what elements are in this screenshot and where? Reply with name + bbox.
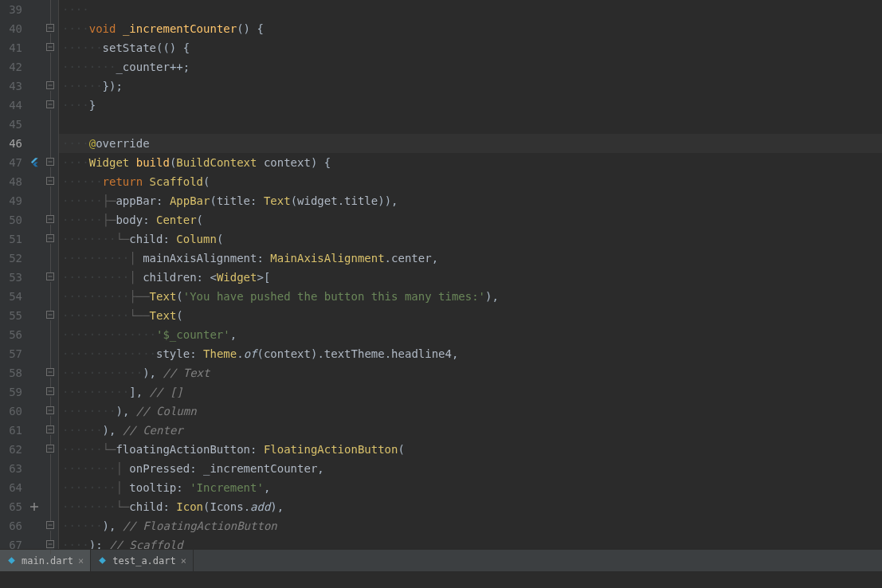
gutter-marker-empty — [27, 57, 41, 76]
fold-line — [41, 459, 58, 478]
code-line[interactable]: ········), // Column — [59, 402, 882, 421]
fold-column[interactable] — [41, 0, 59, 549]
line-number[interactable]: 50 — [0, 210, 22, 229]
code-line[interactable]: ··········├──Text('You have pushed the b… — [59, 287, 882, 306]
line-number[interactable]: 63 — [0, 459, 22, 478]
gutter-marker-empty — [27, 172, 41, 191]
line-number[interactable]: 47 — [0, 153, 22, 172]
gutter-marker-empty — [27, 229, 41, 249]
code-line[interactable]: ····@override — [59, 134, 882, 153]
fold-toggle-close[interactable] — [41, 382, 58, 402]
line-number[interactable]: 39 — [0, 0, 22, 19]
code-line[interactable]: ····} — [59, 96, 882, 115]
line-number[interactable]: 62 — [0, 440, 22, 459]
line-number[interactable]: 54 — [0, 287, 22, 306]
code-line[interactable]: ··········], // [] — [59, 382, 882, 402]
line-number[interactable]: 56 — [0, 325, 22, 344]
line-number[interactable]: 46 — [0, 134, 22, 153]
line-number[interactable]: 48 — [0, 172, 22, 191]
close-icon[interactable]: × — [181, 555, 186, 566]
line-number[interactable]: 55 — [0, 306, 22, 325]
line-number[interactable]: 58 — [0, 363, 22, 382]
fold-line — [41, 191, 58, 210]
code-line[interactable]: ··········└──Text( — [59, 306, 882, 325]
code-line[interactable]: ········└─child: Icon(Icons.add), — [59, 497, 882, 516]
line-number[interactable]: 43 — [0, 76, 22, 96]
code-line[interactable]: ······└─floatingActionButton: FloatingAc… — [59, 440, 882, 459]
fold-toggle-open[interactable] — [41, 19, 58, 38]
fold-line — [41, 249, 58, 268]
line-number-gutter[interactable]: 3940414243444546474849505152535455565758… — [0, 0, 27, 549]
fold-toggle-open[interactable] — [41, 38, 58, 57]
line-number[interactable]: 53 — [0, 268, 22, 287]
code-line[interactable]: ······), // Center — [59, 421, 882, 440]
fold-toggle-open[interactable] — [41, 153, 58, 172]
line-number[interactable]: 60 — [0, 402, 22, 421]
code-line[interactable]: ······), // FloatingActionButton — [59, 516, 882, 535]
close-icon[interactable]: × — [78, 555, 84, 566]
code-line[interactable]: ··············'$_counter', — [59, 325, 882, 344]
fold-toggle-open[interactable] — [41, 440, 58, 459]
flutter-gutter-icon[interactable] — [27, 153, 41, 172]
line-number[interactable]: 66 — [0, 516, 22, 535]
line-number[interactable]: 41 — [0, 38, 22, 57]
line-number[interactable]: 42 — [0, 57, 22, 76]
code-line[interactable]: ············), // Text — [59, 363, 882, 382]
code-line[interactable]: ····void _incrementCounter() { — [59, 19, 882, 38]
fold-toggle-close[interactable] — [41, 76, 58, 96]
fold-toggle-close[interactable] — [41, 535, 58, 555]
fold-toggle-close[interactable] — [41, 421, 58, 440]
fold-line — [41, 478, 58, 497]
gutter-marker-empty — [27, 440, 41, 459]
code-line[interactable]: ····Widget build(BuildContext context) { — [59, 153, 882, 172]
code-editor[interactable]: 3940414243444546474849505152535455565758… — [0, 0, 882, 549]
code-line[interactable]: ···· — [59, 0, 882, 19]
code-line[interactable]: ······return Scaffold( — [59, 172, 882, 191]
fold-toggle-open[interactable] — [41, 210, 58, 229]
fold-toggle-close[interactable] — [41, 363, 58, 382]
line-number[interactable]: 51 — [0, 229, 22, 249]
editor-tab[interactable]: test_a.dart× — [91, 550, 194, 571]
code-line[interactable] — [59, 115, 882, 134]
line-number[interactable]: 64 — [0, 478, 22, 497]
code-line[interactable]: ········│ tooltip: 'Increment', — [59, 478, 882, 497]
gutter-marker-empty — [27, 76, 41, 96]
code-line[interactable]: ··············style: Theme.of(context).t… — [59, 344, 882, 363]
add-gutter-icon[interactable] — [27, 497, 41, 516]
code-line[interactable]: ······setState(() { — [59, 38, 882, 57]
gutter-marker-empty — [27, 134, 41, 153]
fold-toggle-close[interactable] — [41, 516, 58, 535]
fold-toggle-close[interactable] — [41, 96, 58, 115]
code-line[interactable]: ··········│ mainAxisAlignment: MainAxisA… — [59, 249, 882, 268]
gutter-marker-empty — [27, 115, 41, 134]
fold-toggle-open[interactable] — [41, 229, 58, 249]
gutter-markers[interactable] — [27, 0, 41, 549]
line-number[interactable]: 49 — [0, 191, 22, 210]
gutter-marker-empty — [27, 516, 41, 535]
line-number[interactable]: 40 — [0, 19, 22, 38]
line-number[interactable]: 57 — [0, 344, 22, 363]
bottom-panel — [0, 571, 882, 588]
fold-toggle-open[interactable] — [41, 268, 58, 287]
fold-toggle-close[interactable] — [41, 402, 58, 421]
code-line[interactable]: ······}); — [59, 76, 882, 96]
line-number[interactable]: 52 — [0, 249, 22, 268]
fold-toggle-open[interactable] — [41, 306, 58, 325]
tab-label: main.dart — [22, 555, 73, 566]
line-number[interactable]: 44 — [0, 96, 22, 115]
line-number[interactable]: 65 — [0, 497, 22, 516]
code-line[interactable]: ····); // Scaffold — [59, 535, 882, 549]
code-line[interactable]: ········_counter++; — [59, 57, 882, 76]
code-line[interactable]: ········│ onPressed: _incrementCounter, — [59, 459, 882, 478]
gutter-marker-empty — [27, 287, 41, 306]
fold-toggle-open[interactable] — [41, 172, 58, 191]
fold-line — [41, 0, 58, 19]
code-line[interactable]: ······├─appBar: AppBar(title: Text(widge… — [59, 191, 882, 210]
code-line[interactable]: ········└─child: Column( — [59, 229, 882, 249]
code-line[interactable]: ······├─body: Center( — [59, 210, 882, 229]
code-line[interactable]: ··········│ children: <Widget>[ — [59, 268, 882, 287]
line-number[interactable]: 59 — [0, 382, 22, 402]
line-number[interactable]: 61 — [0, 421, 22, 440]
line-number[interactable]: 45 — [0, 115, 22, 134]
code-content[interactable]: ········void _incrementCounter() {······… — [59, 0, 882, 549]
